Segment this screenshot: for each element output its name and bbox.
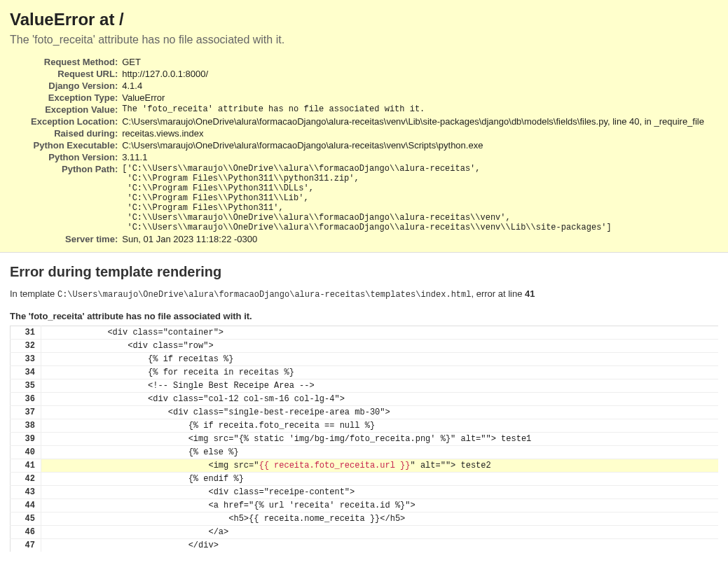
source-line[interactable]: 41 <img src="{{ receita.foto_receita.url… — [11, 459, 719, 473]
source-line[interactable]: 44 <a href="{% url 'receita' receita.id … — [11, 499, 719, 512]
source-line[interactable]: 39 <img src="{% static 'img/bg-img/foto_… — [11, 433, 719, 446]
line-code: <div class="single-best-receipe-area mb-… — [41, 406, 719, 419]
source-line[interactable]: 42 {% endif %} — [11, 473, 719, 486]
meta-value: GET — [122, 56, 704, 68]
meta-label: Request Method: — [31, 56, 122, 68]
line-code: </a> — [41, 526, 719, 539]
line-code: <img src="{% static 'img/bg-img/foto_rec… — [41, 433, 719, 446]
line-code: {% if receita.foto_receita == null %} — [41, 419, 719, 433]
template-intro-suffix: , error at line — [471, 288, 525, 299]
meta-value: Sun, 01 Jan 2023 11:18:22 -0300 — [122, 233, 704, 245]
line-code: {% if receitas %} — [41, 353, 719, 366]
meta-value: 4.1.4 — [122, 80, 704, 92]
line-number: 32 — [11, 340, 41, 353]
exception-message: The 'foto_receita' attribute has no file… — [10, 34, 718, 46]
meta-value: receitas.views.index — [122, 127, 704, 139]
python-path-pre: ['C:\\Users\\maraujo\\OneDrive\\alura\\f… — [122, 164, 704, 232]
source-table: 31 <div class="container">32 <div class=… — [10, 326, 718, 552]
line-number: 43 — [11, 486, 41, 499]
source-line[interactable]: 47 </div> — [11, 539, 719, 552]
line-number: 35 — [11, 379, 41, 393]
line-code: <div class="container"> — [41, 326, 719, 340]
highlighted-token: {{ receita.foto_receita.url }} — [259, 461, 410, 470]
template-error-line-num: 41 — [525, 288, 535, 299]
line-number: 39 — [11, 433, 41, 446]
meta-label: Exception Type: — [31, 92, 122, 104]
source-line[interactable]: 40 {% else %} — [11, 446, 719, 459]
meta-value: The 'foto_receita' attribute has no file… — [122, 104, 704, 116]
line-code: {% for receita in receitas %} — [41, 366, 719, 379]
meta-value: C:\Users\maraujo\OneDrive\alura\formacao… — [122, 139, 704, 151]
line-number: 46 — [11, 526, 41, 539]
line-number: 31 — [11, 326, 41, 340]
meta-label: Django Version: — [31, 80, 122, 92]
line-code: <!-- Single Best Receipe Area --> — [41, 379, 719, 393]
line-number: 37 — [11, 406, 41, 419]
error-title: ValueError at / — [10, 10, 718, 29]
line-code: <div class="receipe-content"> — [41, 486, 719, 499]
source-line[interactable]: 43 <div class="receipe-content"> — [11, 486, 719, 499]
line-number: 45 — [11, 512, 41, 526]
template-error-section: Error during template rendering In templ… — [0, 253, 728, 560]
meta-label: Request URL: — [31, 68, 122, 80]
line-number: 40 — [11, 446, 41, 459]
meta-value: ['C:\\Users\\maraujo\\OneDrive\\alura\\f… — [122, 163, 704, 233]
source-line[interactable]: 45 <h5>{{ receita.nome_receita }}</h5> — [11, 512, 719, 526]
line-code: <a href="{% url 'receita' receita.id %}"… — [41, 499, 719, 512]
meta-label: Python Path: — [31, 163, 122, 233]
template-path: C:\Users\maraujo\OneDrive\alura\formacao… — [57, 290, 472, 300]
template-path-line: In template C:\Users\maraujo\OneDrive\al… — [10, 288, 718, 300]
source-line[interactable]: 34 {% for receita in receitas %} — [11, 366, 719, 379]
line-number: 42 — [11, 473, 41, 486]
meta-label: Python Version: — [31, 151, 122, 163]
request-meta-table: Request Method: GET Request URL: http://… — [31, 56, 704, 245]
line-number: 41 — [11, 459, 41, 473]
template-intro-prefix: In template — [10, 288, 57, 299]
meta-value: ValueError — [122, 92, 704, 104]
meta-value: 3.11.1 — [122, 151, 704, 163]
line-number: 33 — [11, 353, 41, 366]
template-error-title: The 'foto_receita' attribute has no file… — [10, 311, 718, 321]
source-line[interactable]: 35 <!-- Single Best Receipe Area --> — [11, 379, 719, 393]
line-code: <img src="{{ receita.foto_receita.url }}… — [41, 459, 719, 473]
meta-label: Exception Value: — [31, 104, 122, 116]
line-code: {% else %} — [41, 446, 719, 459]
meta-label: Python Executable: — [31, 139, 122, 151]
source-line[interactable]: 37 <div class="single-best-receipe-area … — [11, 406, 719, 419]
line-number: 47 — [11, 539, 41, 552]
source-line[interactable]: 38 {% if receita.foto_receita == null %} — [11, 419, 719, 433]
template-heading: Error during template rendering — [10, 264, 718, 280]
line-number: 36 — [11, 393, 41, 406]
line-number: 34 — [11, 366, 41, 379]
meta-label: Raised during: — [31, 127, 122, 139]
source-line[interactable]: 32 <div class="row"> — [11, 340, 719, 353]
meta-label: Server time: — [31, 233, 122, 245]
source-line[interactable]: 46 </a> — [11, 526, 719, 539]
line-code: <h5>{{ receita.nome_receita }}</h5> — [41, 512, 719, 526]
meta-value: C:\Users\maraujo\OneDrive\alura\formacao… — [122, 116, 704, 127]
line-code: {% endif %} — [41, 473, 719, 486]
source-line[interactable]: 33 {% if receitas %} — [11, 353, 719, 366]
source-line[interactable]: 31 <div class="container"> — [11, 326, 719, 340]
line-number: 44 — [11, 499, 41, 512]
source-line[interactable]: 36 <div class="col-12 col-sm-16 col-lg-4… — [11, 393, 719, 406]
meta-label: Exception Location: — [31, 116, 122, 127]
line-code: <div class="col-12 col-sm-16 col-lg-4"> — [41, 393, 719, 406]
line-number: 38 — [11, 419, 41, 433]
error-summary: ValueError at / The 'foto_receita' attri… — [0, 0, 728, 253]
line-code: <div class="row"> — [41, 340, 719, 353]
line-code: </div> — [41, 539, 719, 552]
meta-value: http://127.0.0.1:8000/ — [122, 68, 704, 80]
